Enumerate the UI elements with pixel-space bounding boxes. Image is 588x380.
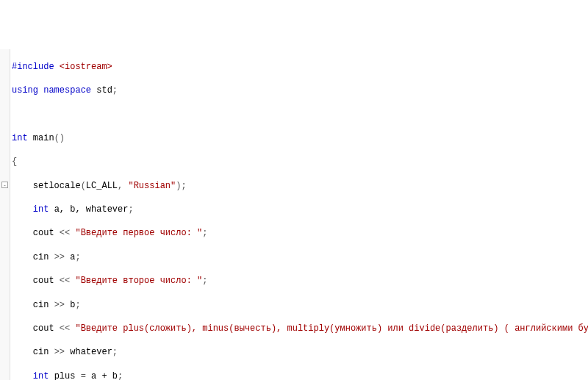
kw-using: using [12, 85, 38, 96]
fn-setlocale: setlocale [33, 181, 81, 191]
kw-namespace: namespace [43, 85, 91, 96]
include-header: <iostream> [60, 62, 112, 72]
id-std: std [96, 85, 112, 96]
code-editor[interactable]: - - - - - #include <iostream> using name… [0, 48, 588, 380]
type-int: int [12, 133, 28, 143]
preproc: #include [12, 62, 54, 72]
code-area[interactable]: #include <iostream> using namespace std;… [10, 49, 588, 380]
fold-gutter: - - - - - [0, 49, 10, 380]
fold-toggle-main[interactable]: - [1, 182, 8, 188]
fn-main: main [33, 133, 54, 143]
